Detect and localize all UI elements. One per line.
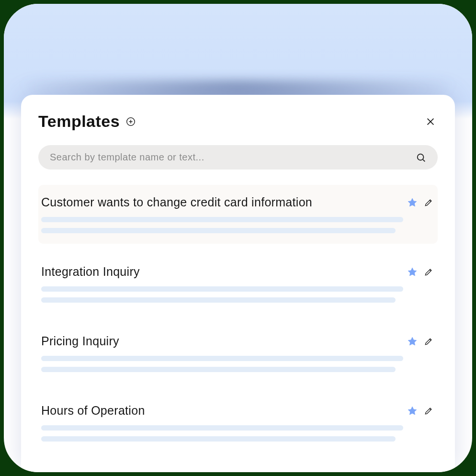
- template-item[interactable]: Hours of Operation: [38, 393, 438, 452]
- pencil-icon: [424, 406, 433, 416]
- templates-list: Customer wants to change credit card inf…: [38, 185, 438, 463]
- search-input[interactable]: [50, 152, 416, 163]
- template-actions: [406, 335, 435, 348]
- skeleton-line: [41, 297, 396, 303]
- template-title: Hours of Operation: [41, 404, 145, 418]
- template-title: Customer wants to change credit card inf…: [41, 195, 312, 209]
- favorite-button[interactable]: [406, 266, 419, 278]
- favorite-button[interactable]: [406, 196, 419, 209]
- template-item[interactable]: Customer wants to change credit card inf…: [38, 185, 438, 244]
- template-preview-skeleton: [41, 356, 435, 372]
- pencil-icon: [424, 337, 433, 346]
- template-preview-skeleton: [41, 286, 435, 303]
- edit-button[interactable]: [422, 335, 435, 348]
- template-actions: [406, 266, 435, 278]
- template-row: Pricing Inquiry: [41, 334, 435, 348]
- star-icon: [407, 336, 418, 347]
- skeleton-line: [41, 228, 396, 233]
- template-actions: [406, 405, 435, 417]
- star-icon: [407, 197, 418, 208]
- template-item[interactable]: Integration Inquiry: [38, 254, 438, 313]
- pencil-icon: [424, 267, 433, 277]
- skeleton-line: [41, 367, 396, 372]
- edit-button[interactable]: [422, 266, 435, 278]
- skeleton-line: [41, 286, 403, 292]
- template-title: Pricing Inquiry: [41, 334, 119, 348]
- add-template-button[interactable]: [125, 115, 137, 128]
- close-button[interactable]: [423, 114, 438, 129]
- template-row: Hours of Operation: [41, 404, 435, 418]
- template-actions: [406, 196, 435, 209]
- favorite-button[interactable]: [406, 335, 419, 348]
- template-row: Customer wants to change credit card inf…: [41, 195, 435, 209]
- svg-line-6: [423, 159, 425, 161]
- search-bar[interactable]: [38, 145, 438, 170]
- panel-header: Templates: [38, 112, 438, 131]
- star-icon: [407, 406, 418, 416]
- favorite-button[interactable]: [406, 405, 419, 417]
- plus-circle-icon: [125, 116, 136, 127]
- edit-button[interactable]: [422, 405, 435, 417]
- skeleton-line: [41, 436, 396, 442]
- edit-button[interactable]: [422, 196, 435, 209]
- template-item[interactable]: Pricing Inquiry: [38, 324, 438, 383]
- svg-point-5: [418, 154, 424, 160]
- template-preview-skeleton: [41, 425, 435, 442]
- skeleton-line: [41, 425, 403, 431]
- skeleton-line: [41, 217, 403, 222]
- app-frame: Templates: [0, 0, 476, 476]
- template-title: Integration Inquiry: [41, 265, 140, 279]
- search-icon: [416, 152, 426, 163]
- template-row: Integration Inquiry: [41, 265, 435, 279]
- skeleton-line: [41, 356, 403, 361]
- templates-panel: Templates: [21, 95, 455, 472]
- close-icon: [425, 116, 436, 127]
- panel-title-wrap: Templates: [38, 112, 137, 131]
- star-icon: [407, 267, 418, 277]
- panel-title: Templates: [38, 112, 120, 131]
- template-preview-skeleton: [41, 217, 435, 233]
- pencil-icon: [424, 198, 433, 207]
